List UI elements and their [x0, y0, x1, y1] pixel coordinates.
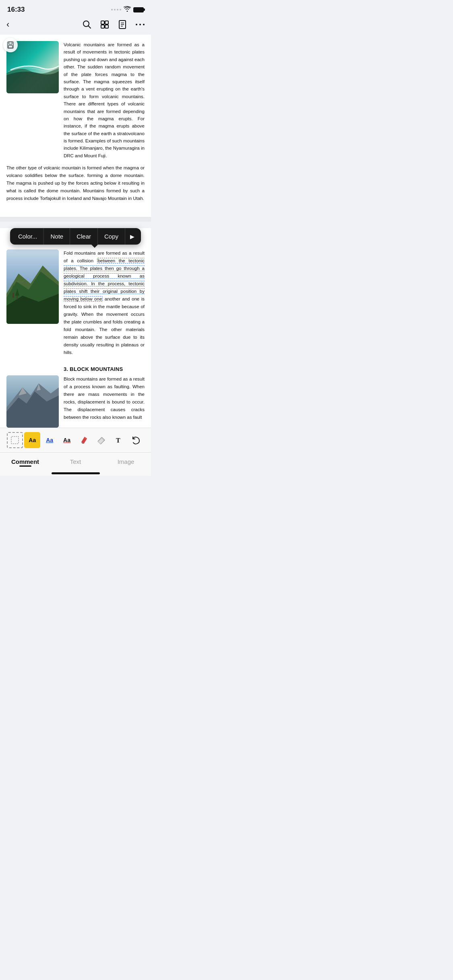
status-bar: 16:33 — [0, 0, 151, 16]
grid-button[interactable] — [100, 20, 109, 29]
marker-button[interactable] — [76, 432, 92, 448]
home-bar — [52, 472, 100, 474]
section1-bottom-text: The other type of volcanic mountain is f… — [6, 164, 145, 210]
note-menu-item[interactable]: Note — [44, 228, 70, 245]
menu-arrow[interactable]: ▶ — [125, 229, 139, 245]
content-area: Volcanic mountains are formed as a resul… — [0, 35, 151, 217]
section2-container: Color... Note Clear Copy ▶ — [0, 228, 151, 428]
color-menu-item[interactable]: Color... — [12, 228, 44, 245]
annotation-toolbar: Aa Aa Aa T — [0, 428, 151, 452]
highlight-text-button[interactable]: Aa — [24, 432, 40, 448]
back-button[interactable]: ‹ — [6, 19, 9, 30]
home-indicator — [0, 469, 151, 476]
svg-point-10 — [136, 24, 137, 25]
section2-highlight-dashed: between the tectonic plates. The plates … — [64, 258, 145, 302]
signal-icon — [111, 9, 121, 10]
search-button[interactable] — [83, 20, 91, 29]
more-button[interactable] — [136, 23, 145, 26]
toolbar-right — [83, 20, 145, 29]
tab-image[interactable]: Image — [101, 453, 151, 469]
undo-button[interactable] — [128, 432, 144, 448]
document-button[interactable] — [118, 20, 127, 29]
tab-comment-label: Comment — [11, 458, 39, 465]
svg-line-1 — [88, 26, 91, 28]
text-annot-label: Aa — [63, 437, 70, 443]
tab-image-label: Image — [118, 458, 134, 465]
svg-point-11 — [139, 24, 141, 25]
main-toolbar: ‹ — [0, 16, 151, 35]
fold-mountains-image — [6, 249, 59, 324]
context-menu-wrapper: Color... Note Clear Copy ▶ — [6, 228, 145, 245]
tab-comment[interactable]: Comment — [0, 453, 50, 469]
svg-text:T: T — [116, 437, 120, 444]
svg-rect-4 — [101, 25, 104, 28]
status-icons — [111, 6, 144, 13]
svg-rect-3 — [105, 21, 108, 24]
status-time: 16:33 — [7, 6, 25, 14]
section2-text-after: another and one is forced to sink in the… — [64, 296, 145, 355]
section1: Volcanic mountains are formed as a resul… — [6, 35, 145, 164]
text-tool-button[interactable]: T — [111, 432, 127, 448]
tab-text[interactable]: Text — [50, 453, 101, 469]
section2-text: Fold mountains are formed as a result of… — [64, 249, 145, 356]
copy-menu-item[interactable]: Copy — [98, 228, 125, 245]
toolbar-left: ‹ — [6, 19, 9, 30]
section-divider — [0, 217, 151, 222]
section3: 3. BLOCK MOUNTAINS — [6, 361, 145, 428]
underline-text-button[interactable]: Aa — [41, 432, 58, 448]
section2: Fold mountains are formed as a result of… — [6, 246, 145, 361]
svg-rect-5 — [105, 25, 108, 28]
underline-label: Aa — [46, 437, 53, 443]
selection-tool-button[interactable] — [7, 432, 23, 448]
context-menu: Color... Note Clear Copy ▶ — [10, 228, 141, 245]
text-annotation-button[interactable]: Aa — [59, 432, 75, 448]
svg-rect-15 — [8, 45, 12, 48]
tab-text-label: Text — [70, 458, 81, 465]
battery-icon — [133, 7, 144, 12]
eraser-button[interactable] — [93, 432, 110, 448]
section1-text: Volcanic mountains are formed as a resul… — [64, 41, 145, 159]
block-mountains-image — [6, 375, 59, 428]
section3-header: 3. BLOCK MOUNTAINS — [64, 366, 123, 372]
svg-rect-23 — [11, 436, 19, 444]
highlight-label: Aa — [29, 437, 36, 443]
svg-rect-2 — [101, 21, 104, 24]
svg-point-12 — [143, 24, 145, 25]
svg-rect-14 — [9, 42, 12, 44]
save-button[interactable] — [3, 38, 18, 52]
clear-menu-item[interactable]: Clear — [70, 228, 98, 245]
tab-bar: Comment Text Image — [0, 452, 151, 469]
section3-text: Block mountains are formed as a result o… — [64, 375, 145, 428]
image-container-1 — [6, 41, 59, 93]
section3-layout: Block mountains are formed as a result o… — [6, 375, 145, 428]
tab-comment-underline — [19, 465, 31, 467]
wifi-icon — [124, 6, 131, 13]
